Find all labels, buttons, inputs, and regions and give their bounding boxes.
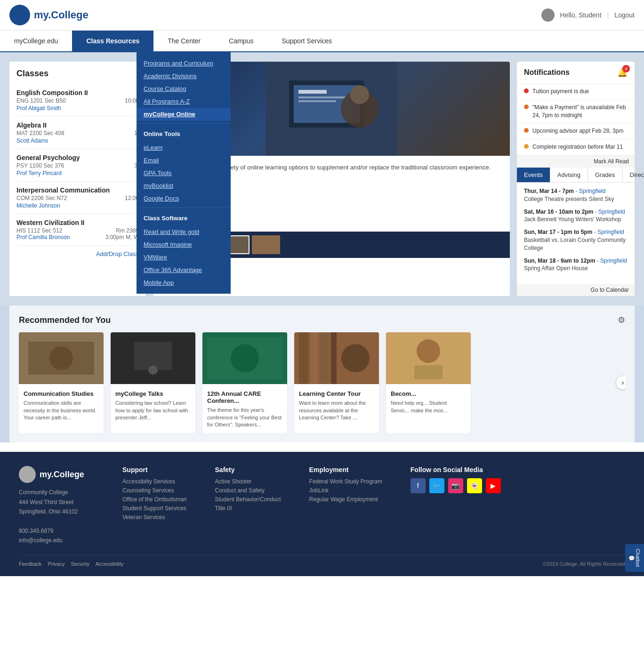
footer-logo-icon: [19, 466, 36, 483]
class-item: Western Civilization II HIS 1112 Sec 512…: [16, 214, 139, 246]
mark-all-read-button[interactable]: Mark All Read: [517, 155, 635, 168]
class-prof-link[interactable]: Michelle Johnson: [16, 202, 60, 209]
snapchat-icon[interactable]: 👻: [467, 478, 482, 493]
dropdown-section-title-software: Class Software: [137, 211, 231, 225]
svg-rect-20: [320, 332, 329, 384]
go-to-calendar-button[interactable]: Go to Calendar: [517, 284, 635, 296]
nav-campus[interactable]: Campus: [215, 31, 267, 51]
dropdown-menu: Programs and Curriculum Academic Divisio…: [137, 52, 231, 294]
twitter-icon[interactable]: 🐦: [429, 478, 444, 493]
carousel-next-button[interactable]: ›: [616, 376, 625, 390]
user-avatar-icon: [541, 8, 555, 22]
footer-link[interactable]: Student Behavior/Conduct: [215, 496, 281, 503]
notification-item: "Make a Payment" is unavailable Feb 24, …: [517, 100, 635, 124]
event-location: - Springfield: [575, 188, 605, 194]
add-drop-button[interactable]: Add/Drop Class: [16, 250, 139, 257]
facebook-icon[interactable]: f: [411, 478, 426, 493]
svg-rect-4: [298, 96, 346, 98]
recommended-header: Recommended for You ⚙: [19, 315, 625, 325]
footer-link[interactable]: Veteran Services: [122, 514, 187, 521]
event-description: Spring Affair Open House: [524, 265, 588, 272]
tab-directory[interactable]: Directory: [623, 168, 644, 182]
event-item: Sat, Mar 16 - 10am to 2pm - Springfield …: [524, 208, 628, 224]
logo-text: my.College: [34, 9, 89, 21]
event-time: Sun, Mar 17 - 1pm to 5pm: [524, 229, 592, 235]
tab-grades[interactable]: Grades: [588, 168, 623, 182]
logo-icon: [9, 5, 30, 25]
dropdown-item-catalog[interactable]: Course Catalog: [137, 82, 231, 95]
dropdown-item-office365[interactable]: Office 365 Advantage: [137, 264, 231, 276]
dropdown-item-all-programs[interactable]: All Programs A-Z: [137, 95, 231, 108]
settings-gear-icon[interactable]: ⚙: [618, 315, 625, 325]
rec-card-title: Communication Studies: [24, 390, 99, 397]
class-prof-link[interactable]: Prof Abigail Smith: [16, 105, 61, 112]
dropdown-item-academic[interactable]: Academic Divisions: [137, 70, 231, 82]
footer-logo-text: my.College: [40, 470, 84, 480]
event-location: - Springfield: [597, 257, 627, 264]
rec-card-2: 12th Annual CARE Conferen... The theme f…: [202, 332, 287, 433]
recommended-title: Recommended for You: [19, 315, 111, 325]
notification-item: Upcoming advisor appt Feb 28, 3pm: [517, 123, 635, 139]
rec-card-body: Learning Center Tour Want to learn more …: [294, 385, 379, 426]
footer-accessibility-link[interactable]: Accessibility: [96, 561, 124, 567]
footer-link[interactable]: Title IX: [215, 505, 281, 512]
footer-link[interactable]: Office of the Ombudsman: [122, 496, 187, 503]
event-time: Sat, Mar 16 - 10am to 2pm: [524, 209, 593, 215]
footer-link[interactable]: Accessiblity Services: [122, 478, 187, 485]
dropdown-item-elearn[interactable]: eLearn: [137, 141, 231, 154]
rec-card-body: 12th Annual CARE Conferen... The theme f…: [202, 385, 287, 433]
footer-link[interactable]: Active Shooter: [215, 478, 281, 485]
instagram-icon[interactable]: 📷: [448, 478, 463, 493]
dropdown-item-email[interactable]: Email: [137, 154, 231, 167]
class-meta: COM 2206 Sec N72 12:00: [16, 195, 139, 201]
footer-link[interactable]: Regular Wage Employment: [309, 496, 382, 503]
class-prof-link[interactable]: Prof Terry Pincard: [16, 170, 62, 177]
class-name: General Psychology: [16, 154, 139, 161]
rec-card-desc: Communication skills are necessity in th…: [24, 400, 99, 421]
rec-card-desc: Need help org... Student Servic... make …: [391, 400, 466, 414]
nav-the-center[interactable]: The Center: [153, 31, 215, 51]
footer-bottom-links: Feedback Privacy Security Accessibility: [19, 561, 129, 567]
class-code: PSY 1100 Sec 376: [16, 162, 64, 169]
footer-link[interactable]: Conduct and Safety: [215, 487, 281, 494]
footer-security-link[interactable]: Security: [71, 561, 90, 567]
dropdown-item-readwrite[interactable]: Read and Write gold: [137, 225, 231, 238]
nav-support-services[interactable]: Support Services: [267, 31, 346, 51]
footer-logo: my.College: [19, 466, 94, 483]
dropdown-item-ms-imagine[interactable]: Microsoft Imagine: [137, 238, 231, 251]
dropdown-item-programs[interactable]: Programs and Curriculum: [137, 57, 231, 70]
class-prof-link[interactable]: Scott Adams: [16, 137, 48, 144]
thumbnail-4[interactable]: [252, 235, 280, 254]
class-code: ENG 1201 Sec B50: [16, 97, 66, 104]
bell-icon[interactable]: 🔔 4: [617, 67, 628, 78]
notification-text: Upcoming advisor appt Feb 28, 3pm: [532, 127, 623, 135]
dropdown-item-gpa[interactable]: GPA Tools: [137, 167, 231, 179]
rec-card-title: 12th Annual CARE Conferen...: [207, 390, 282, 404]
chatbot-button[interactable]: 💬Chatbot: [625, 544, 644, 572]
class-name: Western Civilization II: [16, 219, 139, 226]
tab-events[interactable]: Events: [517, 168, 550, 182]
youtube-icon[interactable]: ▶: [486, 478, 501, 493]
dropdown-item-mobile[interactable]: Mobile App: [137, 276, 231, 289]
footer-privacy-link[interactable]: Privacy: [48, 561, 64, 567]
dropdown-separator: [137, 123, 231, 124]
rec-card-body: myCollege Talks Considering law school? …: [111, 385, 195, 426]
notification-text: Complete registration before Mar 11: [532, 143, 623, 151]
dropdown-item-google-docs[interactable]: Google Docs: [137, 192, 231, 205]
nav-mycollege-edu[interactable]: myCollege.edu: [0, 31, 72, 51]
dropdown-item-mycollege-online[interactable]: myCollege Online: [137, 108, 231, 120]
class-prof-link[interactable]: Prof Camilla Bronson: [16, 234, 70, 241]
footer-link[interactable]: Student Support Services: [122, 505, 187, 512]
dropdown-item-booklist[interactable]: myBooklist: [137, 179, 231, 192]
footer-feedback-link[interactable]: Feedback: [19, 561, 41, 567]
dropdown-item-vmware[interactable]: VMWare: [137, 251, 231, 264]
event-description: College Theatre presents Silent Sky: [524, 196, 614, 202]
class-name: English Composition II: [16, 89, 139, 96]
footer-link[interactable]: JobLink: [309, 487, 382, 494]
footer-link[interactable]: Counseling Services: [122, 487, 187, 494]
tab-advising[interactable]: Advising: [550, 168, 588, 182]
footer-link[interactable]: Federal Work Study Program: [309, 478, 382, 485]
logout-button[interactable]: Logout: [614, 11, 635, 19]
classes-panel: Classes English Composition II ENG 1201 …: [9, 62, 146, 296]
nav-class-resources[interactable]: Class Resources: [72, 31, 153, 51]
